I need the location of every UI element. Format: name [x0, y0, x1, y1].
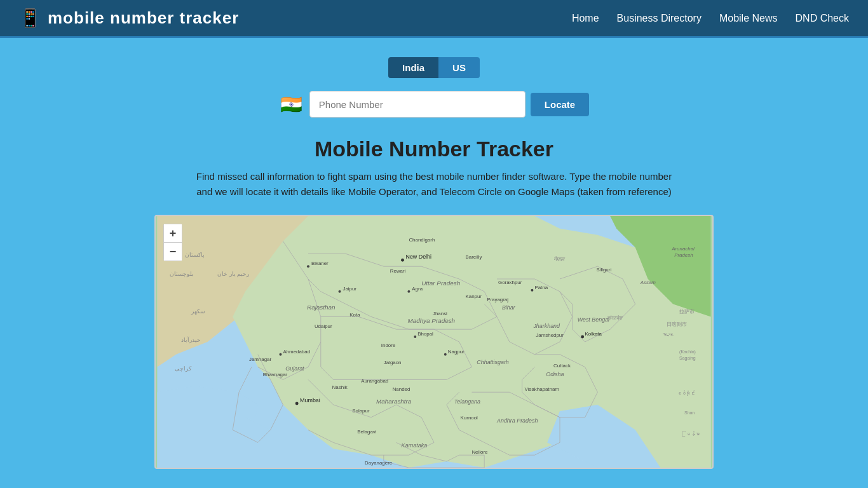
phone-icon: 📱: [19, 8, 41, 29]
main-nav: Home Business Directory Mobile News DND …: [572, 13, 849, 24]
svg-text:Belagavi: Belagavi: [357, 429, 377, 435]
zoom-in-button[interactable]: +: [164, 224, 182, 242]
svg-text:बांग्लादेश: बांग्लादेश: [607, 315, 623, 321]
svg-text:Nagpur: Nagpur: [448, 349, 465, 355]
svg-text:Kolkata: Kolkata: [585, 331, 602, 337]
svg-text:Bikaner: Bikaner: [311, 261, 329, 266]
svg-text:Agra: Agra: [412, 286, 423, 292]
svg-point-14: [339, 290, 341, 293]
svg-text:Bhavnagar: Bhavnagar: [263, 372, 288, 377]
svg-text:Gorakhpur: Gorakhpur: [498, 280, 522, 285]
svg-text:Kanpur: Kanpur: [466, 294, 482, 299]
svg-text:नेपाल: नेपाल: [553, 255, 566, 262]
svg-text:رحیم یار خان: رحیم یار خان: [217, 271, 249, 278]
svg-text:Visakhapatnam: Visakhapatnam: [525, 386, 560, 392]
svg-text:Arunachal: Arunachal: [671, 246, 695, 252]
svg-point-46: [581, 336, 584, 339]
svg-text:Chhattisgarh: Chhattisgarh: [477, 359, 509, 365]
nav-dnd-check[interactable]: DND Check: [796, 13, 849, 24]
svg-text:Andhra Pradesh: Andhra Pradesh: [496, 417, 538, 424]
svg-text:日喀则市: 日喀则市: [667, 322, 687, 327]
svg-text:Jamshedpur: Jamshedpur: [536, 332, 564, 338]
svg-text:Kurnool: Kurnool: [461, 415, 478, 421]
svg-text:Odisha: Odisha: [546, 371, 564, 377]
svg-text:Nanded: Nanded: [393, 386, 410, 392]
svg-text:Gujarat: Gujarat: [285, 365, 304, 372]
svg-text:بلوچستان: بلوچستان: [170, 271, 194, 278]
svg-text:حیدرآباد: حیدرآباد: [181, 336, 201, 344]
svg-text:Rewari: Rewari: [390, 268, 406, 274]
svg-text:(Kachin): (Kachin): [679, 349, 696, 355]
locate-button[interactable]: Locate: [531, 93, 589, 116]
svg-text:Nashik: Nashik: [332, 384, 348, 390]
search-bar: 🇮🇳 Locate: [279, 91, 589, 118]
phone-number-input[interactable]: [309, 91, 526, 118]
page-title: Mobile Number Tracker: [193, 137, 675, 161]
svg-text:Jalgaon: Jalgaon: [384, 360, 402, 365]
svg-point-34: [414, 336, 416, 338]
svg-text:پاکستان: پاکستان: [185, 252, 205, 259]
svg-text:New Delhi: New Delhi: [405, 254, 431, 260]
country-toggle: India US: [388, 57, 480, 78]
main-content: India US 🇮🇳 Locate Mobile Number Tracker…: [0, 38, 868, 469]
svg-text:Dayanagere: Dayanagere: [365, 460, 393, 466]
nav-home[interactable]: Home: [572, 13, 599, 24]
svg-text:Jharkhand: Jharkhand: [532, 323, 560, 329]
svg-point-25: [531, 289, 533, 292]
svg-text:Bhopal: Bhopal: [417, 331, 433, 337]
svg-text:کراچی: کراچی: [175, 365, 192, 372]
svg-text:Bareilly: Bareilly: [466, 254, 482, 260]
svg-text:Pradesh: Pradesh: [674, 252, 693, 258]
svg-text:Kota: Kota: [349, 312, 360, 318]
svg-text:Shan: Shan: [684, 410, 695, 415]
svg-text:Bihar: Bihar: [502, 304, 516, 311]
svg-text:拉萨市: 拉萨市: [679, 309, 695, 315]
svg-text:Aurangabad: Aurangabad: [361, 378, 388, 384]
us-toggle-button[interactable]: US: [438, 57, 480, 78]
svg-text:Maharashtra: Maharashtra: [376, 398, 412, 405]
svg-text:Cuttack: Cuttack: [553, 363, 571, 369]
svg-text:Ahmedabad: Ahmedabad: [283, 349, 310, 355]
svg-text:Udaipur: Udaipur: [315, 323, 332, 329]
site-header: 📱 mobile number tracker Home Business Di…: [0, 0, 868, 38]
svg-text:Madhya Pradesh: Madhya Pradesh: [407, 317, 455, 324]
india-flag-icon: 🇮🇳: [279, 94, 304, 115]
svg-text:Patna: Patna: [534, 285, 548, 290]
svg-point-12: [307, 265, 309, 268]
zoom-controls: + −: [163, 224, 182, 261]
svg-text:Telangana: Telangana: [454, 398, 480, 405]
svg-point-40: [295, 402, 299, 405]
svg-text:Nellore: Nellore: [471, 449, 488, 455]
svg-text:མདོ་སྨད: མདོ་སྨད: [663, 333, 674, 337]
svg-text:Solapur: Solapur: [352, 408, 370, 414]
logo-area: 📱 mobile number tracker: [19, 8, 572, 29]
svg-text:စစ်ကိုင်း: စစ်ကိုင်း: [677, 390, 695, 396]
svg-point-17: [407, 290, 410, 293]
nav-mobile-news[interactable]: Mobile News: [719, 13, 778, 24]
svg-text:Mumbai: Mumbai: [300, 397, 320, 403]
svg-point-29: [279, 353, 281, 356]
svg-text:Uttar Pradesh: Uttar Pradesh: [421, 280, 460, 287]
svg-text:Prayagraj: Prayagraj: [487, 297, 508, 302]
india-toggle-button[interactable]: India: [388, 57, 438, 78]
title-section: Mobile Number Tracker Find missed call i…: [193, 137, 675, 200]
page-description: Find missed call information to fight sp…: [193, 169, 675, 200]
svg-text:Assam: Assam: [640, 280, 656, 285]
svg-point-36: [444, 353, 447, 356]
svg-text:Karnataka: Karnataka: [402, 442, 428, 449]
svg-text:West Bengal: West Bengal: [578, 316, 610, 323]
svg-point-9: [401, 259, 404, 262]
svg-text:Rajasthan: Rajasthan: [307, 304, 336, 311]
svg-text:Jamnagar: Jamnagar: [249, 356, 272, 362]
svg-text:Chandigarh: Chandigarh: [409, 237, 435, 243]
nav-business-directory[interactable]: Business Directory: [617, 13, 702, 24]
svg-text:Jhansi: Jhansi: [433, 311, 447, 316]
svg-text:Jaipur: Jaipur: [342, 286, 356, 292]
svg-text:Siliguri: Siliguri: [596, 267, 611, 273]
india-map-svg: नेपाल बांग्लादेश New Delhi Chandigarh Bi…: [156, 216, 712, 468]
svg-text:Sagaing: Sagaing: [679, 356, 696, 361]
site-logo-text: mobile number tracker: [48, 8, 239, 28]
svg-text:Indore: Indore: [381, 342, 396, 348]
svg-text:سکھر: سکھر: [191, 308, 205, 315]
zoom-out-button[interactable]: −: [164, 243, 182, 261]
